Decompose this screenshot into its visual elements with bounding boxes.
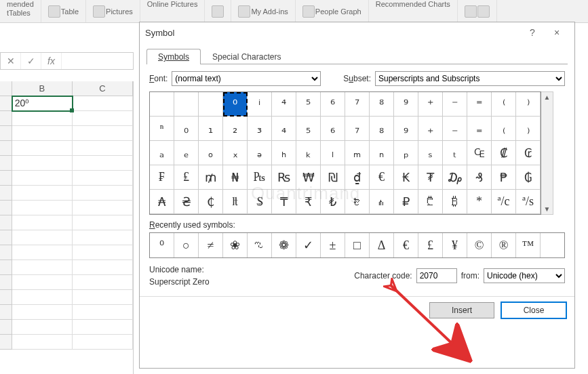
symbol-cell[interactable]: ₣ [150, 165, 174, 190]
symbol-cell[interactable]: ₥ [199, 165, 223, 190]
recent-symbol-cell[interactable]: ¥ [443, 233, 467, 257]
symbol-cell[interactable]: ₢ [516, 141, 541, 165]
symbol-cell[interactable]: ₚ [394, 141, 418, 165]
recent-symbol-cell[interactable]: ≠ [199, 233, 223, 257]
symbol-cell[interactable]: ₧ [248, 165, 272, 190]
cell[interactable] [12, 215, 73, 230]
symbol-cell[interactable]: ₶ [223, 190, 248, 214]
symbol-cell[interactable]: ₨ [272, 165, 296, 190]
col-header-b[interactable]: B [12, 81, 73, 96]
cell[interactable] [73, 260, 133, 275]
cell[interactable] [12, 320, 73, 335]
symbol-cell[interactable]: ₇ [345, 117, 370, 141]
symbol-cell[interactable]: ₂ [223, 117, 248, 141]
ribbon-label[interactable]: mended [7, 0, 34, 8]
symbol-cell[interactable]: ₉ [394, 117, 418, 141]
symbol-cell[interactable]: ₠ [467, 141, 492, 165]
symbol-cell[interactable]: ₸ [272, 190, 296, 214]
cell[interactable] [73, 141, 133, 156]
recent-symbol-cell[interactable]: ± [321, 233, 345, 257]
cell-b1[interactable]: 20⁰ [12, 96, 73, 111]
cell[interactable] [73, 126, 133, 141]
symbol-cell[interactable]: ₗ [321, 141, 345, 165]
symbol-cell[interactable]: ª/s [516, 190, 541, 214]
recent-symbol-cell[interactable]: ಌ [248, 233, 272, 257]
cell[interactable] [12, 275, 73, 290]
symbol-cell[interactable] [174, 92, 199, 117]
symbol-cell[interactable]: ⁵ [296, 92, 321, 117]
cell[interactable] [73, 245, 133, 260]
tab-special-characters[interactable]: Special Characters [201, 49, 292, 64]
recent-symbol-cell[interactable]: ® [492, 233, 516, 257]
scroll-down-icon[interactable]: ▼ [544, 204, 551, 214]
recent-symbols-grid[interactable]: ⁰○≠❀ಌ❁✓±□Δ€£¥©®™ [149, 232, 565, 258]
symbol-cell[interactable]: ₩ [296, 165, 321, 190]
cell[interactable] [12, 141, 73, 156]
symbol-cell[interactable]: ₫ [345, 165, 370, 190]
cell[interactable] [12, 260, 73, 275]
cell[interactable] [73, 305, 133, 320]
symbol-cell[interactable]: ₲ [516, 165, 541, 190]
row-header[interactable] [0, 96, 12, 111]
cell[interactable] [12, 305, 73, 320]
symbol-cell[interactable]: ⁺ [418, 92, 443, 117]
ribbon-label[interactable]: tTables [7, 9, 34, 17]
symbol-cell[interactable]: ⁰ [223, 92, 248, 117]
dialog-titlebar[interactable]: Symbol ? × [140, 22, 574, 43]
insert-button[interactable]: Insert [429, 302, 494, 318]
symbol-cell[interactable]: ₿ [443, 190, 467, 214]
char-code-input[interactable] [416, 268, 457, 283]
symbol-grid[interactable]: ⁰ⁱ⁴⁵⁶⁷⁸⁹⁺⁻⁼⁽⁾ⁿ₀₁₂₃₄₅₆₇₈₉₊₋₌₍₎ₐₑₒₓₔₕₖₗₘₙₚ… [149, 91, 541, 215]
symbol-cell[interactable]: ⁴ [272, 92, 296, 117]
symbol-cell[interactable]: ₅ [296, 117, 321, 141]
symbol-cell[interactable]: ⁼ [467, 92, 492, 117]
col-header-c[interactable]: C [73, 81, 133, 96]
symbol-cell[interactable]: ₄ [272, 117, 296, 141]
recent-symbol-cell[interactable]: Δ [370, 233, 394, 257]
from-select[interactable]: Unicode (hex) [484, 268, 565, 283]
symbol-cell[interactable]: ₰ [467, 165, 492, 190]
symbol-cell[interactable]: ⁷ [345, 92, 370, 117]
recent-symbol-cell[interactable]: ⁰ [150, 233, 174, 257]
symbol-cell[interactable]: ₳ [150, 190, 174, 214]
cell[interactable] [73, 186, 133, 201]
select-all-corner[interactable] [0, 81, 12, 96]
symbol-cell[interactable]: ₴ [174, 190, 199, 214]
symbol-cell[interactable]: ⁹ [394, 92, 418, 117]
fx-icon[interactable]: fx [41, 53, 62, 69]
cell[interactable] [73, 215, 133, 230]
ribbon-group-addins[interactable]: My Add-ins [231, 0, 295, 22]
symbol-cell[interactable]: ₈ [370, 117, 394, 141]
symbol-cell[interactable]: ª/c [492, 190, 516, 214]
symbol-cell[interactable]: * [467, 190, 492, 214]
ribbon-group-table[interactable]: Table [41, 0, 86, 22]
symbol-cell[interactable]: ₌ [467, 117, 492, 141]
scroll-up-icon[interactable]: ▲ [544, 92, 551, 102]
symbol-cell[interactable]: ₜ [443, 141, 467, 165]
symbol-cell[interactable]: ₍ [492, 117, 516, 141]
symbol-cell[interactable]: ₕ [272, 141, 296, 165]
symbol-cell[interactable]: ⁻ [443, 92, 467, 117]
subset-select[interactable]: Superscripts and Subscripts [375, 71, 565, 86]
close-button[interactable]: Close [501, 302, 566, 318]
symbol-cell[interactable]: ₘ [345, 141, 370, 165]
recent-symbol-cell[interactable]: € [394, 233, 418, 257]
symbol-cell[interactable]: ₆ [321, 117, 345, 141]
cancel-entry-icon[interactable]: ✕ [1, 53, 21, 69]
symbol-cell[interactable]: ₃ [248, 117, 272, 141]
symbol-cell[interactable]: ₵ [199, 190, 223, 214]
symbol-cell[interactable]: ₹ [296, 190, 321, 214]
recent-symbol-cell[interactable]: ❁ [272, 233, 296, 257]
confirm-entry-icon[interactable]: ✓ [21, 53, 41, 69]
ribbon-group-online-pictures[interactable]: Online Pictures [140, 0, 205, 22]
tab-symbols[interactable]: Symbols [146, 49, 201, 64]
symbol-cell[interactable]: ₁ [199, 117, 223, 141]
recent-symbol-cell[interactable]: ™ [516, 233, 541, 257]
ribbon-group-chart-icons[interactable] [458, 0, 497, 22]
font-select[interactable]: (normal text) [172, 71, 321, 86]
symbol-cell[interactable]: ₀ [174, 117, 199, 141]
cell[interactable] [73, 275, 133, 290]
cell[interactable] [12, 111, 73, 126]
cell[interactable] [73, 335, 133, 350]
symbol-cell[interactable]: ₡ [492, 141, 516, 165]
